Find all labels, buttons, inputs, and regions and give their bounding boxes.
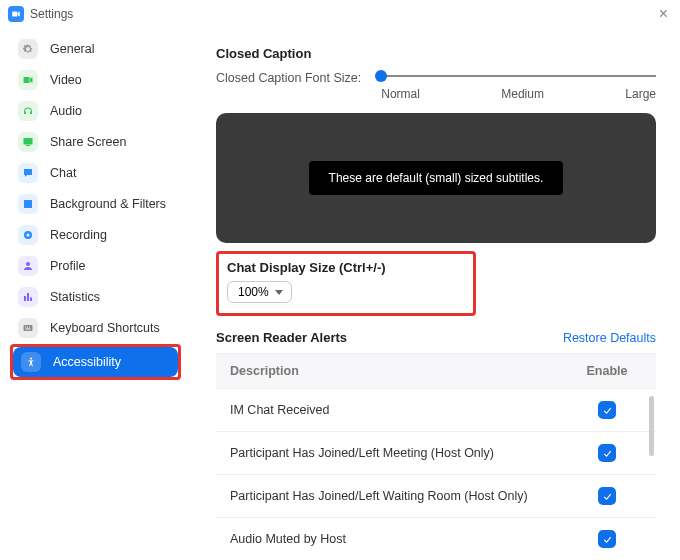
slider-tick-normal: Normal bbox=[381, 87, 420, 101]
sidebar-item-audio[interactable]: Audio bbox=[10, 96, 181, 126]
chat-display-size-select[interactable]: 100% bbox=[227, 281, 292, 303]
sidebar-item-background-filters[interactable]: Background & Filters bbox=[10, 189, 181, 219]
svg-rect-4 bbox=[25, 327, 26, 328]
sidebar-item-recording[interactable]: Recording bbox=[10, 220, 181, 250]
background-icon bbox=[18, 194, 38, 214]
svg-rect-6 bbox=[29, 327, 30, 328]
sidebar-item-label: Chat bbox=[50, 166, 76, 180]
accessibility-icon bbox=[21, 352, 41, 372]
enable-checkbox[interactable] bbox=[598, 444, 616, 462]
table-row: IM Chat Received bbox=[216, 388, 656, 431]
slider-tick-large: Large bbox=[625, 87, 656, 101]
enable-checkbox[interactable] bbox=[598, 401, 616, 419]
svg-rect-5 bbox=[27, 327, 28, 328]
sidebar-item-statistics[interactable]: Statistics bbox=[10, 282, 181, 312]
alert-description: Audio Muted by Host bbox=[230, 532, 572, 546]
chat-icon bbox=[18, 163, 38, 183]
slider-thumb[interactable] bbox=[375, 70, 387, 82]
share-screen-icon bbox=[18, 132, 38, 152]
keyboard-icon bbox=[18, 318, 38, 338]
enable-checkbox[interactable] bbox=[598, 530, 616, 548]
gear-icon bbox=[18, 39, 38, 59]
sidebar-item-accessibility[interactable]: Accessibility bbox=[13, 347, 178, 377]
main-panel: Closed Caption Closed Caption Font Size:… bbox=[192, 28, 680, 560]
alert-description: Participant Has Joined/Left Meeting (Hos… bbox=[230, 446, 572, 460]
enable-checkbox[interactable] bbox=[598, 487, 616, 505]
profile-icon bbox=[18, 256, 38, 276]
svg-point-1 bbox=[27, 234, 30, 237]
sidebar-item-label: Accessibility bbox=[53, 355, 121, 369]
sidebar-item-label: Keyboard Shortcuts bbox=[50, 321, 160, 335]
sidebar-item-label: Statistics bbox=[50, 290, 100, 304]
table-row: Participant Has Joined/Left Meeting (Hos… bbox=[216, 431, 656, 474]
sidebar-item-label: Video bbox=[50, 73, 82, 87]
sidebar-item-label: Share Screen bbox=[50, 135, 126, 149]
svg-point-8 bbox=[30, 358, 32, 360]
chat-display-title: Chat Display Size (Ctrl+/-) bbox=[227, 260, 461, 275]
video-icon bbox=[18, 70, 38, 90]
caption-preview: These are default (small) sized subtitle… bbox=[216, 113, 656, 243]
sidebar-item-label: Recording bbox=[50, 228, 107, 242]
window-title: Settings bbox=[30, 7, 73, 21]
font-size-label: Closed Caption Font Size: bbox=[216, 69, 361, 85]
sidebar-item-share-screen[interactable]: Share Screen bbox=[10, 127, 181, 157]
highlight-accessibility: Accessibility bbox=[10, 344, 181, 380]
screen-reader-title: Screen Reader Alerts bbox=[216, 330, 347, 345]
table-row: Audio Muted by Host bbox=[216, 517, 656, 560]
alert-description: Participant Has Joined/Left Waiting Room… bbox=[230, 489, 572, 503]
caption-preview-text: These are default (small) sized subtitle… bbox=[309, 161, 564, 195]
slider-track bbox=[381, 75, 656, 77]
chat-display-value: 100% bbox=[238, 285, 269, 299]
column-description: Description bbox=[230, 364, 572, 378]
sidebar-item-general[interactable]: General bbox=[10, 34, 181, 64]
close-icon[interactable]: × bbox=[655, 5, 672, 23]
sidebar-item-label: Audio bbox=[50, 104, 82, 118]
titlebar: Settings × bbox=[0, 0, 680, 28]
svg-point-2 bbox=[26, 262, 30, 266]
alert-description: IM Chat Received bbox=[230, 403, 572, 417]
sidebar: General Video Audio Share Screen Chat Ba… bbox=[0, 28, 192, 560]
sidebar-item-label: General bbox=[50, 42, 94, 56]
table-row: Participant Has Joined/Left Waiting Room… bbox=[216, 474, 656, 517]
screen-reader-table: Description Enable IM Chat Received Part… bbox=[216, 353, 656, 560]
statistics-icon bbox=[18, 287, 38, 307]
table-header: Description Enable bbox=[216, 354, 656, 388]
sidebar-item-label: Background & Filters bbox=[50, 197, 166, 211]
sidebar-item-chat[interactable]: Chat bbox=[10, 158, 181, 188]
sidebar-item-label: Profile bbox=[50, 259, 85, 273]
highlight-chat-display: Chat Display Size (Ctrl+/-) 100% bbox=[216, 251, 476, 316]
restore-defaults-link[interactable]: Restore Defaults bbox=[563, 331, 656, 345]
headphones-icon bbox=[18, 101, 38, 121]
font-size-slider[interactable] bbox=[381, 69, 656, 83]
slider-tick-medium: Medium bbox=[501, 87, 544, 101]
sidebar-item-keyboard-shortcuts[interactable]: Keyboard Shortcuts bbox=[10, 313, 181, 343]
record-icon bbox=[18, 225, 38, 245]
scrollbar-thumb[interactable] bbox=[649, 396, 654, 456]
sidebar-item-video[interactable]: Video bbox=[10, 65, 181, 95]
column-enable: Enable bbox=[572, 364, 642, 378]
svg-rect-7 bbox=[26, 329, 31, 330]
svg-rect-3 bbox=[24, 325, 33, 331]
sidebar-item-profile[interactable]: Profile bbox=[10, 251, 181, 281]
app-icon bbox=[8, 6, 24, 22]
closed-caption-title: Closed Caption bbox=[216, 46, 656, 61]
